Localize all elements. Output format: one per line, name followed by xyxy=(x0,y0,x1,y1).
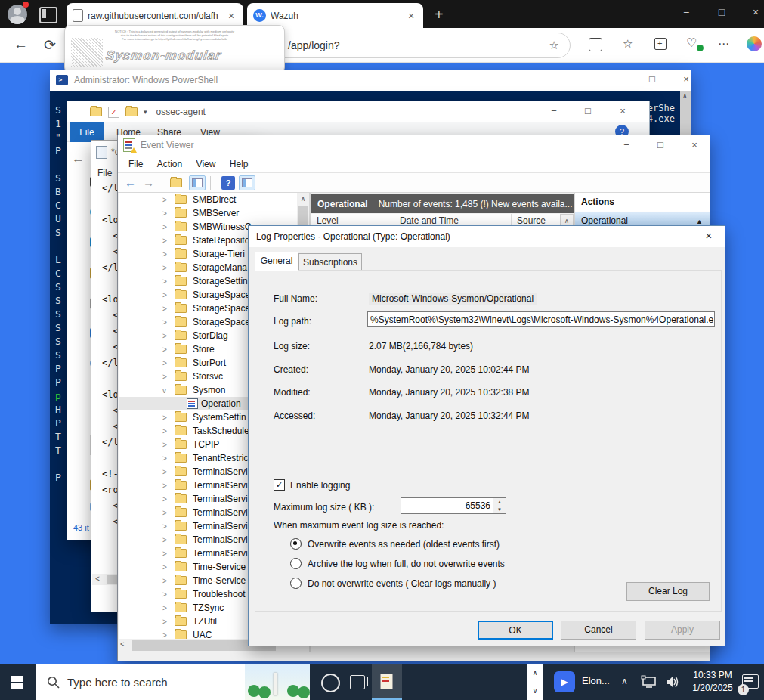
browser-close-button[interactable]: × xyxy=(744,6,764,18)
new-tab-button[interactable]: + xyxy=(435,6,444,23)
chevron-closed-icon[interactable]: > xyxy=(162,318,172,327)
taskbar-scroll-buttons[interactable]: ∧∨ xyxy=(527,664,543,700)
radio-overwrite-as-needed[interactable]: Overwrite events as needed (oldest event… xyxy=(290,538,500,550)
menu-help[interactable]: Help xyxy=(230,155,249,173)
scroll-up-icon[interactable]: ∧ xyxy=(297,193,309,205)
chevron-closed-icon[interactable]: > xyxy=(162,332,172,340)
tab-close-icon[interactable]: × xyxy=(405,10,417,22)
show-action-pane-icon[interactable] xyxy=(239,175,255,190)
chevron-closed-icon[interactable]: > xyxy=(162,209,172,218)
menu-file[interactable]: File xyxy=(128,155,143,173)
ps-maximize-button[interactable]: □ xyxy=(639,73,665,85)
browser-minimize-button[interactable]: − xyxy=(675,6,697,18)
enable-logging-row[interactable]: ✓ Enable logging xyxy=(274,479,350,491)
ps-minimize-button[interactable]: − xyxy=(605,73,631,85)
start-button[interactable] xyxy=(11,676,23,689)
chevron-down-icon[interactable]: ▾ xyxy=(144,108,147,116)
chevron-closed-icon[interactable]: > xyxy=(162,196,172,204)
apply-button[interactable]: Apply xyxy=(645,621,720,640)
tab-general[interactable]: General xyxy=(255,252,298,271)
chevron-closed-icon[interactable]: > xyxy=(162,427,172,435)
forward-arrow-icon[interactable]: → xyxy=(143,176,154,189)
radio-do-not-overwrite[interactable]: Do not overwrite events ( Clear logs man… xyxy=(290,578,496,589)
exp-close-button[interactable]: × xyxy=(610,105,636,116)
chevron-closed-icon[interactable]: > xyxy=(162,509,172,517)
search-highlight-image[interactable] xyxy=(245,664,310,700)
network-icon[interactable] xyxy=(641,675,657,689)
chevron-closed-icon[interactable]: > xyxy=(162,536,172,544)
chevron-closed-icon[interactable]: > xyxy=(162,305,172,313)
ok-button[interactable]: OK xyxy=(478,621,553,640)
chevron-closed-icon[interactable]: > xyxy=(162,359,172,367)
browser-essentials-icon[interactable]: ♡ xyxy=(686,36,697,50)
reload-icon[interactable]: ⟳ xyxy=(44,36,56,54)
exp-maximize-button[interactable]: □ xyxy=(575,105,601,116)
notepad-titlebar[interactable]: *o xyxy=(91,144,119,160)
show-console-tree-icon[interactable] xyxy=(189,175,206,190)
menu-view[interactable]: View xyxy=(196,155,216,173)
chevron-closed-icon[interactable]: > xyxy=(162,577,172,585)
browser-restore-button[interactable]: □ xyxy=(710,6,733,18)
quick-access-check-icon[interactable]: ✓ xyxy=(108,107,119,118)
task-view-icon[interactable] xyxy=(350,675,365,689)
event-viewer-titlebar[interactable]: Event Viewer − □ × xyxy=(118,135,710,155)
scroll-left-icon[interactable]: < xyxy=(120,640,124,648)
clear-log-button[interactable]: Clear Log xyxy=(626,582,710,601)
notepad-menu-file[interactable]: File xyxy=(97,168,112,178)
chevron-closed-icon[interactable]: > xyxy=(162,223,172,231)
tab-subscriptions[interactable]: Subscriptions xyxy=(298,253,362,271)
chevron-closed-icon[interactable]: > xyxy=(162,618,172,626)
speaker-icon[interactable] xyxy=(665,675,682,689)
chevron-closed-icon[interactable]: > xyxy=(162,291,172,299)
chevron-closed-icon[interactable]: > xyxy=(162,604,172,612)
chevron-closed-icon[interactable]: > xyxy=(162,563,172,571)
media-play-icon[interactable]: ▶ xyxy=(554,671,575,692)
ev-maximize-button[interactable]: □ xyxy=(648,139,673,150)
favorites-icon[interactable]: ☆ xyxy=(623,37,633,51)
max-log-size-input[interactable]: 65536 ▲▼ xyxy=(401,497,506,514)
chevron-closed-icon[interactable]: > xyxy=(162,250,172,259)
tree-item-smbdirect[interactable]: >SMBDirect xyxy=(119,193,309,206)
dialog-close-icon[interactable]: × xyxy=(699,229,719,242)
exp-minimize-button[interactable]: − xyxy=(541,105,567,116)
back-arrow-icon[interactable]: ← xyxy=(125,176,136,189)
chevron-closed-icon[interactable]: > xyxy=(162,482,172,490)
ps-close-button[interactable]: × xyxy=(673,73,699,85)
collections-icon[interactable] xyxy=(654,38,667,50)
taskbar-event-viewer-button[interactable] xyxy=(372,664,402,700)
ev-minimize-button[interactable]: − xyxy=(614,139,639,150)
copilot-icon[interactable] xyxy=(747,36,762,51)
taskbar-clock[interactable]: 10:33 PM 1/20/2025 xyxy=(686,669,739,695)
chevron-closed-icon[interactable]: > xyxy=(162,413,172,422)
powershell-titlebar[interactable]: >_ Administrator: Windows PowerShell − □… xyxy=(50,70,691,91)
back-icon[interactable]: ← xyxy=(14,36,28,53)
checkbox-checked-icon[interactable]: ✓ xyxy=(274,479,285,491)
tab-actions-icon[interactable] xyxy=(39,7,57,23)
dialog-titlebar[interactable]: Log Properties - Operational (Type: Oper… xyxy=(249,226,725,247)
favorite-star-icon[interactable]: ☆ xyxy=(549,39,559,52)
chevron-closed-icon[interactable]: > xyxy=(162,345,172,354)
taskbar-search[interactable]: Type here to search xyxy=(36,664,310,700)
help-icon[interactable]: ? xyxy=(221,176,235,190)
chevron-closed-icon[interactable]: > xyxy=(162,495,172,503)
chevron-closed-icon[interactable]: > xyxy=(162,522,172,531)
chevron-closed-icon[interactable]: > xyxy=(162,454,172,463)
chevron-closed-icon[interactable]: > xyxy=(162,264,172,272)
show-hidden-icons-chevron[interactable]: ∧ xyxy=(621,676,628,686)
chevron-closed-icon[interactable]: > xyxy=(162,468,172,476)
radio-icon[interactable] xyxy=(290,558,302,569)
chevron-closed-icon[interactable]: > xyxy=(162,550,172,558)
tab-close-icon[interactable]: × xyxy=(225,10,237,22)
explorer-titlebar[interactable]: ✓ ▾ ossec-agent − □ × xyxy=(67,101,649,122)
chevron-closed-icon[interactable]: > xyxy=(162,631,172,640)
chevron-closed-icon[interactable]: > xyxy=(162,590,172,599)
chevron-open-icon[interactable]: v xyxy=(162,386,172,395)
open-saved-log-icon[interactable] xyxy=(170,178,182,187)
chevron-closed-icon[interactable]: > xyxy=(162,373,172,381)
ev-close-button[interactable]: × xyxy=(682,139,707,150)
menu-action[interactable]: Action xyxy=(157,155,182,173)
settings-more-icon[interactable]: ⋯ xyxy=(718,37,729,51)
chevron-closed-icon[interactable]: > xyxy=(162,277,172,286)
field-value[interactable]: %SystemRoot%\System32\Winevt\Logs\Micros… xyxy=(367,311,715,327)
tree-item-smbserver[interactable]: >SMBServer xyxy=(119,206,309,220)
